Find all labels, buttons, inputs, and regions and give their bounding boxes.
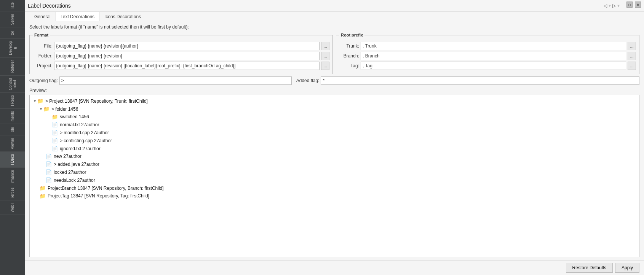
file-icon: 📄	[46, 168, 52, 176]
tree-item-label: switched 1456	[60, 113, 89, 121]
file-icon: 📄	[46, 176, 52, 184]
folder-icon: 📁	[43, 105, 50, 113]
list-item: 📄normal.txt 27author	[33, 121, 636, 129]
sidebar-item-control[interactable]: Controlntent	[0, 76, 25, 93]
tab-text-decorations[interactable]: Text Decorations	[56, 12, 99, 21]
sidebar-item-web[interactable]: Web l	[0, 200, 25, 215]
list-item: 📄> added.java 27author	[33, 161, 636, 168]
added-flag-input[interactable]	[321, 76, 639, 85]
project-icon: 📁	[37, 97, 43, 105]
file-browse-button[interactable]: ...	[321, 42, 329, 50]
file-icon: 📄	[52, 137, 58, 145]
tree-item-label: locked 27author	[54, 169, 86, 176]
sidebar-item-late[interactable]: late	[0, 0, 25, 11]
sidebar-item-develop[interactable]: Developg	[0, 39, 25, 58]
file-label: File:	[33, 43, 53, 49]
trunk-row: Trunk: ...	[339, 42, 636, 50]
description-text: Select the labels format (if "name" is n…	[29, 24, 639, 30]
tree-item-label: > Project 13847 [SVN Repository, Trunk: …	[45, 98, 148, 105]
list-item: 📄new 27author	[33, 153, 636, 161]
list-item: 📄ignored.txt 27author	[33, 145, 636, 153]
window-title: Label Decorations	[28, 3, 71, 9]
sections-row: Format File: ... Folder: ... Project: ..…	[29, 33, 639, 74]
file-icon: 📄	[46, 161, 52, 168]
window-controls: ◁ ▾ ▷ ▾ □ ✕	[599, 2, 641, 10]
project-icon: 📁	[40, 184, 46, 192]
apply-button[interactable]: Apply	[615, 263, 639, 273]
branch-browse-button[interactable]: ...	[628, 52, 636, 60]
branch-input[interactable]	[361, 52, 626, 60]
sidebar: late Server tor Developg Referer Control…	[0, 0, 25, 275]
sidebar-item-referer[interactable]: Referer	[0, 58, 25, 75]
folder-row: Folder: ...	[33, 52, 329, 60]
tag-input[interactable]	[361, 62, 626, 70]
forward-arrow[interactable]: ▷	[612, 3, 616, 8]
tree-item-label: ProjectBranch 13847 [SVN Repository, Bra…	[48, 185, 164, 192]
back-arrow[interactable]: ◁	[604, 3, 607, 8]
trunk-browse-button[interactable]: ...	[628, 42, 636, 50]
list-item: 📁ProjectBranch 13847 [SVN Repository, Br…	[33, 184, 636, 192]
sidebar-item-rmance[interactable]: rmance	[0, 168, 25, 185]
folder-label: Folder:	[33, 53, 53, 59]
project-icon: 📁	[40, 192, 46, 200]
sidebar-item-tor[interactable]: tor	[0, 27, 25, 39]
outgoing-flag-input[interactable]	[59, 76, 292, 85]
preview-label: Preview:	[29, 88, 639, 93]
branch-label: Branch:	[339, 53, 359, 59]
sidebar-item-ments[interactable]: ments	[0, 109, 25, 124]
tree-item-label: > folder 1456	[51, 106, 78, 113]
outgoing-flag-label: Outgoing flag:	[29, 78, 58, 83]
restore-defaults-button[interactable]: Restore Defaults	[566, 263, 613, 273]
tab-icons-decorations[interactable]: Icons Decorations	[99, 12, 146, 21]
file-icon: 📄	[52, 145, 58, 153]
tab-general[interactable]: General	[29, 12, 56, 21]
format-section: Format File: ... Folder: ... Project: ..…	[29, 33, 333, 74]
sidebar-item-ole[interactable]: ole	[0, 124, 25, 135]
tree-toggle-icon[interactable]: ▾	[40, 106, 42, 112]
root-prefix-legend: Root prefix	[339, 33, 364, 37]
list-item: 📁ProjectTag 13847 [SVN Repository, Tag: …	[33, 192, 636, 200]
list-item: 📄locked 27author	[33, 168, 636, 176]
tree-toggle-icon[interactable]: ▾	[34, 98, 36, 104]
sidebar-item-viewer[interactable]: Viewer	[0, 135, 25, 152]
list-item: ▾📁> Project 13847 [SVN Repository, Trunk…	[33, 97, 636, 105]
tree-item-label: ignored.txt 27author	[60, 145, 101, 153]
project-browse-button[interactable]: ...	[321, 62, 329, 70]
tree-item-label: needsLock 27author	[54, 177, 95, 184]
file-icon: 📄	[52, 129, 58, 137]
close-button[interactable]: ✕	[635, 2, 641, 8]
list-item: 📄> conflicting.cpp 27author	[33, 137, 636, 145]
tag-browse-button[interactable]: ...	[628, 62, 636, 70]
trunk-input[interactable]	[361, 42, 626, 50]
folder-browse-button[interactable]: ...	[321, 52, 329, 60]
format-legend: Format	[33, 33, 50, 37]
forward-dropdown[interactable]: ▾	[617, 3, 620, 8]
project-row: Project: ...	[33, 62, 329, 70]
preview-box: ▾📁> Project 13847 [SVN Repository, Trunk…	[29, 95, 639, 257]
sidebar-item-reso[interactable]: I Reso	[0, 93, 25, 109]
branch-row: Branch: ...	[339, 52, 636, 60]
tree-item-label: > conflicting.cpp 27author	[60, 137, 112, 145]
file-row: File: ...	[33, 42, 329, 50]
flags-row: Outgoing flag: Added flag:	[29, 76, 639, 85]
tag-row: Tag: ...	[339, 62, 636, 70]
tab-bar: General Text Decorations Icons Decoratio…	[29, 12, 639, 21]
root-prefix-section: Root prefix Trunk: ... Branch: ... Tag: …	[336, 33, 639, 74]
sidebar-item-server[interactable]: Server	[0, 11, 25, 27]
sidebar-item-ierties[interactable]: ierties	[0, 185, 25, 200]
tree-item-label: normal.txt 27author	[60, 121, 99, 129]
list-item: 📄> modified.cpp 27author	[33, 129, 636, 137]
dropdown-arrow[interactable]: ▾	[609, 3, 611, 8]
project-input[interactable]	[54, 62, 320, 70]
title-bar: Label Decorations ◁ ▾ ▷ ▾ □ ✕	[25, 0, 644, 12]
file-icon: 📄	[52, 121, 58, 129]
tree-item-label: ProjectTag 13847 [SVN Repository, Tag: f…	[48, 192, 149, 200]
tag-label: Tag:	[339, 63, 359, 68]
sidebar-item-deco[interactable]: l Deco	[0, 152, 25, 167]
file-icon: 📄	[46, 153, 52, 161]
file-input[interactable]	[54, 42, 320, 50]
added-flag-label: Added flag:	[296, 78, 320, 83]
folder-input[interactable]	[54, 52, 320, 60]
list-item: 📁switched 1456	[33, 113, 636, 121]
maximize-button[interactable]: □	[626, 2, 633, 8]
